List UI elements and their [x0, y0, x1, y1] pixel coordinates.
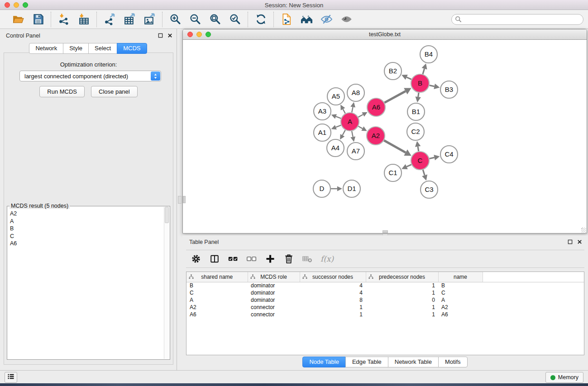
edge-B-B4[interactable] — [423, 69, 425, 74]
edge-A6-B[interactable] — [384, 91, 406, 103]
tab-mcds[interactable]: MCDS — [117, 43, 147, 54]
close-panel-button[interactable]: Close panel — [91, 86, 138, 97]
run-mcds-button[interactable]: Run MCDS — [39, 86, 85, 97]
table-cell[interactable]: A — [186, 296, 248, 304]
table-cell[interactable]: C — [186, 289, 248, 296]
window-resize-grip[interactable] — [581, 228, 586, 233]
edge-C-C4[interactable] — [430, 157, 435, 158]
edge-B-B2[interactable] — [406, 77, 411, 80]
result-item[interactable]: A2 — [8, 210, 163, 218]
zoom-in-icon[interactable] — [168, 13, 182, 26]
table-cell[interactable]: 1 — [300, 304, 366, 311]
task-history-button[interactable] — [5, 372, 17, 383]
edge-C-C2[interactable] — [418, 147, 419, 151]
network-window-titlebar[interactable]: testGlobe.txt — [183, 29, 587, 40]
edge-C-C1[interactable] — [406, 165, 411, 167]
table-cell[interactable]: 1 — [366, 311, 438, 318]
tab-select[interactable]: Select — [88, 43, 117, 54]
result-scrollbar[interactable] — [164, 207, 169, 359]
table-cell[interactable]: A — [438, 296, 483, 304]
columns-icon[interactable] — [209, 253, 220, 264]
table-cell[interactable]: B — [438, 282, 483, 289]
table-cell[interactable]: 4 — [300, 282, 366, 289]
canvas-vertical-scrollbar[interactable] — [183, 196, 186, 203]
tab-motifs[interactable]: Motifs — [438, 357, 468, 367]
import-network-icon[interactable] — [57, 13, 71, 26]
optimization-criterion-select[interactable]: largest connected component (directed) — [19, 71, 161, 81]
export-image-icon[interactable] — [143, 13, 156, 26]
show-details-icon[interactable] — [339, 13, 353, 26]
column-header-shared-name[interactable]: shared name — [186, 272, 248, 282]
column-header-name[interactable]: name — [438, 272, 483, 282]
result-item[interactable]: A — [8, 218, 163, 225]
deselect-all-icon[interactable] — [246, 253, 257, 264]
import-table-icon[interactable] — [77, 13, 91, 26]
table-cell[interactable]: A6 — [438, 311, 483, 318]
edge-C-C3[interactable] — [423, 170, 425, 175]
tab-node-table[interactable]: Node Table — [302, 357, 346, 367]
table-cell[interactable]: 1 — [366, 289, 438, 296]
table-cell[interactable]: 1 — [366, 304, 438, 311]
edge-A-A3[interactable] — [336, 116, 341, 118]
table-cell[interactable]: A2 — [438, 304, 483, 311]
close-icon[interactable] — [577, 239, 583, 245]
network-canvas[interactable]: B4B2BB3A8A5A6A3B1AC2A1A2A4A7C4CC1DD1C3 — [183, 40, 587, 233]
tab-style[interactable]: Style — [63, 43, 89, 54]
add-row-icon[interactable] — [265, 253, 276, 264]
table-row[interactable]: Bdominator41B — [186, 282, 584, 289]
result-item[interactable]: B — [8, 225, 163, 233]
hide-details-icon[interactable] — [320, 13, 333, 26]
table-row[interactable]: Adominator80A — [186, 296, 584, 304]
refresh-icon[interactable] — [254, 13, 268, 26]
table-cell[interactable]: 8 — [300, 296, 366, 304]
table-cell[interactable]: 1 — [366, 282, 438, 289]
table-cell[interactable]: A2 — [186, 304, 248, 311]
table-cell[interactable]: 1 — [300, 311, 366, 318]
network-from-document-icon[interactable] — [280, 13, 293, 26]
zoom-out-icon[interactable] — [188, 13, 202, 26]
gear-icon[interactable] — [191, 253, 201, 264]
select-all-icon[interactable] — [228, 253, 239, 264]
zoom-selected-icon[interactable] — [228, 13, 242, 26]
table-row[interactable]: A6connector11A6 — [186, 311, 584, 318]
column-header-successor-nodes[interactable]: successor nodes — [300, 272, 366, 282]
edge-A-A1[interactable] — [336, 125, 341, 128]
table-cell[interactable]: dominator — [248, 289, 300, 296]
close-icon[interactable] — [167, 33, 173, 38]
tab-network[interactable]: Network — [29, 43, 63, 54]
edge-B-B1[interactable] — [418, 93, 419, 97]
edge-A-A8[interactable] — [352, 107, 353, 112]
edge-A-A2[interactable] — [358, 126, 362, 129]
table-row[interactable]: Cdominator41C — [186, 289, 584, 296]
table-cell[interactable]: 4 — [300, 289, 366, 296]
edge-A-A6[interactable] — [358, 114, 363, 117]
float-icon[interactable] — [567, 239, 573, 245]
search-input[interactable] — [451, 14, 583, 25]
mcds-result-list[interactable]: A2ABCA6 — [8, 210, 163, 358]
save-session-icon[interactable] — [31, 13, 45, 26]
edge-A2-C[interactable] — [384, 140, 406, 152]
edge-A-A7[interactable] — [352, 131, 353, 137]
export-network-icon[interactable] — [103, 13, 116, 26]
delete-row-icon[interactable] — [283, 253, 294, 264]
float-icon[interactable] — [158, 33, 163, 38]
edge-A-A4[interactable] — [343, 130, 345, 135]
vertical-split-handle[interactable] — [178, 196, 182, 204]
result-item[interactable]: A6 — [8, 240, 163, 248]
memory-button[interactable]: Memory — [545, 372, 583, 383]
node-table[interactable]: shared nameMCDS rolesuccessor nodesprede… — [186, 272, 584, 355]
column-header-MCDS-role[interactable]: MCDS role — [248, 272, 300, 282]
table-cell[interactable]: C — [438, 289, 483, 296]
result-item[interactable]: C — [8, 233, 163, 240]
zoom-fit-icon[interactable] — [208, 13, 222, 26]
table-cell[interactable]: A6 — [186, 311, 248, 318]
table-cell[interactable]: connector — [248, 304, 300, 311]
table-cell[interactable]: dominator — [248, 296, 300, 304]
export-table-icon[interactable] — [123, 13, 136, 26]
table-cell[interactable]: B — [186, 282, 248, 289]
column-header-predecessor-nodes[interactable]: predecessor nodes — [366, 272, 438, 282]
table-cell[interactable]: dominator — [248, 282, 300, 289]
tab-network-table[interactable]: Network Table — [388, 357, 439, 367]
table-row[interactable]: A2connector11A2 — [186, 304, 584, 311]
home-icon[interactable] — [300, 13, 313, 26]
